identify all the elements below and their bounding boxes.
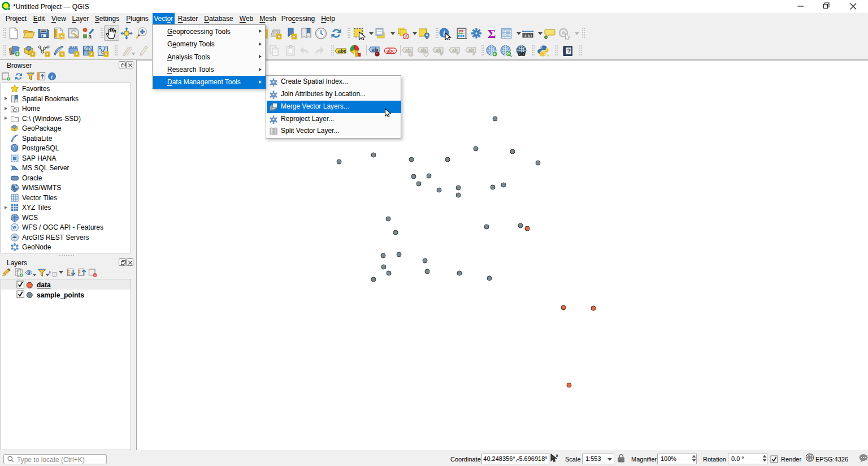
svg-text:ab: ab [372, 46, 377, 52]
svg-text:?: ? [567, 48, 571, 54]
svg-text:Σ: Σ [488, 27, 496, 40]
svg-text:ab: ab [452, 47, 458, 53]
svg-text:a: a [89, 33, 92, 40]
svg-text:abc: abc [387, 48, 395, 53]
svg-text:Q: Q [507, 51, 511, 56]
svg-text:ab: ab [468, 47, 474, 53]
svg-text:abc: abc [338, 48, 346, 54]
svg-text:i: i [51, 74, 53, 80]
svg-text:ab: ab [436, 47, 441, 53]
